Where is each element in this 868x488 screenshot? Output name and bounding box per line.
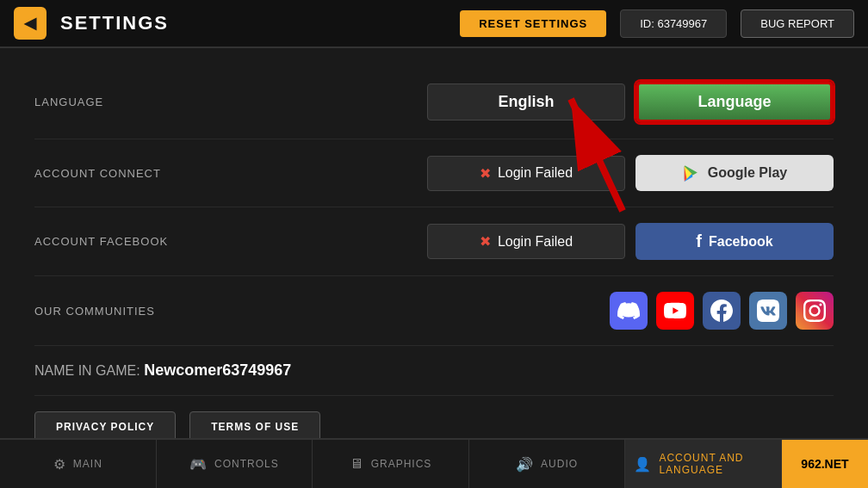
discord-icon[interactable] [610,292,648,330]
facebook-button[interactable]: f Facebook [636,223,834,260]
name-label: NAME IN GAME: [34,363,140,378]
account-facebook-status: ✖ Login Failed [427,224,625,259]
vk-icon[interactable] [749,292,787,330]
tab-audio-label: AUDIO [541,458,578,470]
communities-row: OUR COMMUNITIES [34,276,834,346]
tab-account[interactable]: 👤 ACCOUNT AND LANGUAGE [625,440,782,488]
tab-main-label: MAIN [73,458,102,470]
language-button[interactable]: Language [636,81,834,123]
red-arrow [554,82,640,219]
communities-label: OUR COMMUNITIES [34,305,276,318]
watermark: 962.NET [782,440,868,488]
error-icon: ✖ [480,165,491,182]
google-play-icon [682,164,701,182]
login-failed-fb-text: Login Failed [498,234,573,250]
graphics-icon: 🖥 [350,456,364,472]
bottom-nav: ⚙ MAIN 🎮 CONTROLS 🖥 GRAPHICS 🔊 AUDIO 👤 A… [0,438,868,488]
facebook-community-icon[interactable] [703,292,741,330]
account-facebook-label: ACCOUNT FACEBOOK [34,235,276,248]
tab-controls-label: CONTROLS [214,458,279,470]
language-row: LANGUAGE English Language [34,65,834,139]
tab-audio[interactable]: 🔊 AUDIO [469,440,626,488]
tab-account-label: ACCOUNT AND LANGUAGE [659,452,772,476]
community-icons [610,292,834,330]
back-button[interactable]: ◀ [14,7,46,40]
instagram-icon[interactable] [796,292,834,330]
controls-icon: 🎮 [189,456,208,473]
account-connect-row: ACCOUNT CONNECT ✖ Login Failed Google Pl… [34,139,834,207]
error-icon-fb: ✖ [480,233,491,250]
facebook-icon: f [696,232,702,251]
back-icon: ◀ [24,14,36,33]
google-play-button[interactable]: Google Play [636,155,834,191]
youtube-icon[interactable] [656,292,694,330]
audio-icon: 🔊 [516,456,534,473]
account-facebook-controls: ✖ Login Failed f Facebook [427,223,834,260]
account-connect-label: ACCOUNT CONNECT [34,167,276,180]
bug-report-button[interactable]: BUG REPORT [741,9,854,38]
svg-line-1 [571,99,623,211]
tab-controls[interactable]: 🎮 CONTROLS [157,440,313,488]
google-play-label: Google Play [708,165,787,181]
player-id-button[interactable]: ID: 63749967 [620,9,727,38]
name-value: Newcomer63749967 [144,361,291,379]
page-title: SETTINGS [60,12,169,34]
reset-settings-button[interactable]: RESET SETTINGS [460,10,606,37]
language-label: LANGUAGE [34,96,276,108]
terms-of-use-button[interactable]: TERMS OF USE [189,411,320,438]
tab-graphics[interactable]: 🖥 GRAPHICS [313,440,469,488]
name-in-game-row: NAME IN GAME: Newcomer63749967 [34,346,834,396]
header: ◀ SETTINGS RESET SETTINGS ID: 63749967 B… [0,0,868,48]
main-icon: ⚙ [53,456,66,473]
main-content: LANGUAGE English Language ACCOUNT CONNEC… [0,48,868,438]
tab-main[interactable]: ⚙ MAIN [0,440,157,488]
tab-graphics-label: GRAPHICS [371,458,432,470]
policy-row: PRIVACY POLICY TERMS OF USE [34,396,834,438]
facebook-label: Facebook [709,234,773,250]
privacy-policy-button[interactable]: PRIVACY POLICY [34,411,176,438]
account-facebook-row: ACCOUNT FACEBOOK ✖ Login Failed f Facebo… [34,207,834,276]
account-icon: 👤 [634,456,652,473]
